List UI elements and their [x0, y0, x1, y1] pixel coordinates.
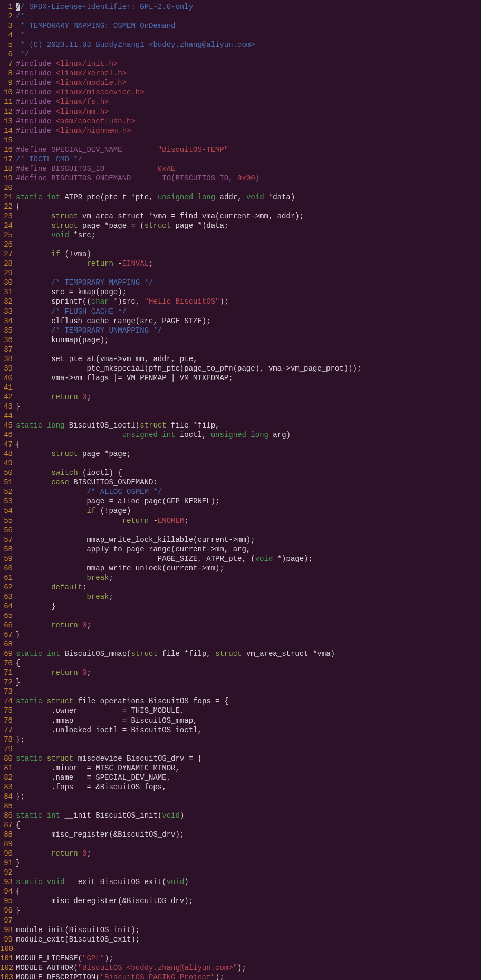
- token: }: [16, 630, 20, 639]
- token: */: [16, 50, 29, 59]
- line-content: #include <linux/init.h>: [14, 59, 481, 69]
- line-number: 23: [0, 211, 14, 221]
- line-number: 65: [0, 611, 14, 620]
- token: #define SPECIAL_DEV_NAME: [16, 145, 158, 154]
- line-content: {: [14, 820, 481, 830]
- token: void: [162, 811, 180, 820]
- token: /* TEMPORARY MAPPING */: [51, 278, 153, 287]
- line-content: [14, 944, 481, 954]
- code-line: 70{: [0, 658, 481, 668]
- line-content: struct page *page;: [14, 449, 481, 459]
- code-line: 20: [0, 183, 481, 192]
- line-number: 78: [0, 735, 14, 744]
- line-content: // SPDX-License-Identifier: GPL-2.0-only: [14, 2, 481, 12]
- token: :: [82, 583, 86, 591]
- token: static: [16, 754, 42, 763]
- code-line: 98module_init(BiscuitOS_init);: [0, 925, 481, 935]
- token: ;: [149, 259, 153, 268]
- code-line: 53 page = alloc_page(GFP_KERNEL);: [0, 497, 481, 506]
- code-line: 11#include <linux/fs.h>: [0, 97, 481, 106]
- code-line: 17/* IOCTL CMD */: [0, 154, 481, 164]
- line-number: 100: [0, 944, 14, 954]
- token: return: [122, 517, 149, 525]
- code-line: 87{: [0, 820, 481, 830]
- code-line: 49: [0, 459, 481, 468]
- token: [16, 583, 51, 591]
- line-content: [14, 639, 481, 649]
- token: [16, 221, 51, 230]
- line-content: static struct file_operations BiscuitOS_…: [14, 696, 481, 706]
- code-line: 13#include <asm/cacheflush.h>: [0, 117, 481, 126]
- line-number: 9: [0, 78, 14, 88]
- code-line: 15: [0, 135, 481, 145]
- line-number: 61: [0, 573, 14, 583]
- code-line: 35 /* TEMPORARY UNMAPPING */: [0, 326, 481, 335]
- token: 0x00: [237, 174, 255, 182]
- line-number: 73: [0, 687, 14, 696]
- code-line: 76 .mmap = BiscuitOS_mmap,: [0, 716, 481, 725]
- token: long: [251, 431, 268, 439]
- token: unsigned: [158, 193, 193, 201]
- line-content: /* IOCTL CMD */: [14, 154, 481, 164]
- line-content: MODULE_DESCRIPTION("BiscuitOS PAGING Pro…: [14, 973, 481, 980]
- line-content: void *src;: [14, 230, 481, 240]
- token: .fops = &BiscuitOS_fops,: [16, 783, 167, 791]
- token: void: [47, 878, 65, 886]
- line-content: return 0;: [14, 849, 481, 858]
- token: void: [51, 231, 69, 239]
- token: *)page);: [273, 555, 313, 563]
- line-content: module_init(BiscuitOS_init);: [14, 925, 481, 935]
- code-line: 52 /* ALLOC OSMEM */: [0, 487, 481, 497]
- code-line: 103MODULE_DESCRIPTION("BiscuitOS PAGING …: [0, 973, 481, 980]
- line-number: 80: [0, 754, 14, 763]
- code-line: 19#define BISCUITOS_ONDEMAND _IO(BISCUIT…: [0, 173, 481, 183]
- token: {: [16, 202, 20, 211]
- token: "BiscuitOS <buddy.zhang@aliyun.com>": [78, 964, 237, 972]
- token: "BiscuitOS PAGING Project": [100, 973, 215, 980]
- token: [16, 307, 51, 316]
- line-content: .minor = MISC_DYNAMIC_MINOR,: [14, 763, 481, 773]
- line-number: 86: [0, 811, 14, 820]
- token: page *page;: [78, 450, 131, 458]
- line-number: 63: [0, 592, 14, 601]
- token: (!vma): [60, 250, 91, 258]
- token: -: [113, 259, 122, 268]
- line-content: #include <linux/module.h>: [14, 78, 481, 88]
- line-content: .fops = &BiscuitOS_fops,: [14, 782, 481, 792]
- code-editor[interactable]: 1// SPDX-License-Identifier: GPL-2.0-onl…: [0, 2, 481, 980]
- token: int: [47, 811, 60, 820]
- line-content: .unlocked_ioctl = BiscuitOS_ioctl,: [14, 725, 481, 735]
- token: * (C) 2023.11.03 BuddyZhang1 <buddy.zhan…: [16, 41, 255, 49]
- token: ioctl,: [175, 431, 210, 439]
- line-number: 31: [0, 287, 14, 297]
- token: struct: [145, 221, 171, 230]
- line-number: 38: [0, 354, 14, 364]
- token: [16, 478, 51, 487]
- line-content: static void __exit BiscuitOS_exit(void): [14, 877, 481, 887]
- token: <linux/miscdevice.h>: [56, 88, 145, 96]
- code-line: 57 mmap_write_lock_killable(current->mm)…: [0, 535, 481, 545]
- token: void: [167, 878, 185, 886]
- line-content: [14, 868, 481, 877]
- code-line: 9#include <linux/module.h>: [0, 78, 481, 88]
- line-number: 6: [0, 50, 14, 59]
- token: #include: [16, 60, 56, 68]
- line-number: 95: [0, 896, 14, 906]
- line-number: 52: [0, 487, 14, 497]
- token: [42, 649, 46, 658]
- line-content: clflush_cache_range(src, PAGE_SIZE);: [14, 316, 481, 326]
- token: #include: [16, 98, 56, 106]
- token: }: [16, 602, 56, 610]
- line-content: * TEMPORARY MAPPING: OSMEM OnDemand: [14, 21, 481, 31]
- line-number: 40: [0, 373, 14, 383]
- line-number: 93: [0, 877, 14, 887]
- token: return: [51, 849, 78, 858]
- line-content: [14, 383, 481, 392]
- code-line: 83 .fops = &BiscuitOS_fops,: [0, 782, 481, 792]
- token: #include: [16, 88, 56, 96]
- line-content: }: [14, 402, 481, 411]
- token: [78, 393, 82, 401]
- line-content: return -ENOMEM;: [14, 516, 481, 526]
- token: *src;: [69, 231, 95, 239]
- line-content: misc_register(&BiscuitOS_drv);: [14, 830, 481, 839]
